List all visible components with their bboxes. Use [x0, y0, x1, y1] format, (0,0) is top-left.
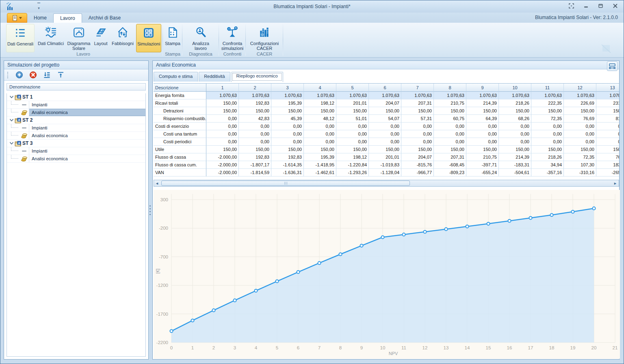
- tab-computo-e-stima[interactable]: Computo e stima: [154, 72, 198, 82]
- x-tick-label: 9: [360, 345, 363, 350]
- ribbon-button-configurazioni-cacer[interactable]: D Configurazioni CACER: [247, 24, 282, 52]
- toolbar-grip[interactable]: [7, 72, 9, 78]
- move-bottom-icon[interactable]: [43, 71, 51, 79]
- expander-icon[interactable]: [9, 119, 14, 121]
- ribbon-button-stampa[interactable]: Stampa: [164, 24, 182, 52]
- ribbon-button-label: Diagramma Solare: [65, 41, 92, 51]
- column-header-year-5[interactable]: 5: [336, 84, 369, 92]
- tab-archivi-di-base[interactable]: Archivi di Base: [82, 13, 127, 23]
- tree-item-analisi-economica[interactable]: Analisi economica: [7, 132, 145, 140]
- column-header-descrizione[interactable]: Descrizione: [154, 84, 206, 92]
- fit-width-button[interactable]: [607, 61, 618, 71]
- table-cell: 1.070,63: [401, 92, 434, 99]
- ribbon-button-confronta-simulazioni[interactable]: A B Confronta simulazioni: [219, 24, 245, 52]
- ribbon-button-analizza-lavoro[interactable]: Analizza lavoro: [186, 24, 216, 52]
- table-row-utile[interactable]: Utile150,00150,00150,00150,00150,00150,0…: [154, 146, 619, 153]
- ribbon-button-label: Confronta simulazioni: [219, 41, 245, 51]
- ribbon-button-dati-climatici[interactable]: Dati Climatici: [36, 24, 65, 52]
- table-cell: 150,00: [434, 107, 466, 115]
- table-cell: 231,29: [596, 99, 619, 107]
- scroll-left-icon[interactable]: ◄: [154, 180, 160, 186]
- tab-home[interactable]: Home: [27, 13, 53, 23]
- table-cell: -1.220,84: [336, 161, 369, 169]
- table-cell: 1.070,63: [271, 92, 304, 99]
- table-row-flusso-di-cassa[interactable]: Flusso di cassa-2.000,00192,83192,83195,…: [154, 153, 619, 161]
- table-cell: 0,00: [206, 115, 239, 123]
- table-row-van[interactable]: VAN-2.000,00-1.814,59-1.636,31-1.462,61-…: [154, 169, 619, 177]
- move-top-icon[interactable]: [56, 71, 65, 79]
- table-row-flusso-di-cassa-cum-[interactable]: Flusso di cassa cum.-2.000,00-1.807,17-1…: [154, 161, 619, 169]
- coins-icon: [21, 156, 28, 162]
- tab-riepilogo-economico[interactable]: Riepilogo economico: [231, 72, 283, 82]
- table-cell: 0,00: [499, 123, 531, 130]
- tree-item-impianti[interactable]: Impianti: [7, 124, 145, 132]
- table-cell: 1.070,63: [434, 92, 466, 99]
- x-tick-label: 7: [318, 345, 321, 350]
- tree-item-impianti[interactable]: Impianti: [7, 147, 145, 155]
- tree-item-analisi-economica[interactable]: Analisi economica: [7, 155, 145, 163]
- table-row-detrazioni[interactable]: Detrazioni150,00150,00150,00150,00150,00…: [154, 107, 619, 115]
- column-header-year-1[interactable]: 1: [206, 84, 239, 92]
- tree-group-row[interactable]: AST 3: [7, 140, 145, 147]
- ribbon-button-layout[interactable]: Layout: [91, 24, 110, 52]
- tab-redditivita[interactable]: Redditività: [199, 72, 230, 82]
- column-header-year-7[interactable]: 7: [401, 84, 434, 92]
- expander-icon[interactable]: [9, 142, 14, 144]
- column-header-year-10[interactable]: 10: [499, 84, 531, 92]
- x-tick-label: 1: [191, 345, 194, 350]
- table-cell: 0,00: [304, 138, 336, 146]
- ribbon-button-fabbisogni[interactable]: Fabbisogni: [110, 24, 135, 52]
- maximize-icon[interactable]: [596, 2, 605, 9]
- tree-group-row[interactable]: AST 2: [7, 116, 145, 124]
- ribbon-button-diagramma-solare[interactable]: Diagramma Solare: [65, 24, 92, 52]
- table-cell: -1.636,31: [271, 169, 304, 177]
- close-icon[interactable]: [611, 2, 620, 9]
- simulation-folder-icon: A: [14, 140, 22, 146]
- table-row-costi-una-tantum[interactable]: Costi una tantum0,000,000,000,000,000,00…: [154, 130, 619, 138]
- x-tick-label: 19: [570, 345, 576, 350]
- table-row-costi-di-esercizio[interactable]: Costi di esercizio0,000,000,000,000,000,…: [154, 123, 619, 130]
- ribbon-group-stampa: Stampa Stampa: [163, 23, 182, 57]
- tree-item-impianti[interactable]: Impianti: [7, 101, 145, 109]
- ribbon-button-dati-generali[interactable]: Dati Generali: [6, 24, 35, 52]
- scroll-right-icon[interactable]: ►: [612, 180, 618, 186]
- table-cell: 192,83: [271, 153, 304, 161]
- minimize-icon[interactable]: [581, 2, 590, 9]
- tree-column-header[interactable]: Denominazione: [6, 83, 146, 90]
- column-header-year-11[interactable]: 11: [531, 84, 564, 92]
- column-header-year-13[interactable]: 13: [596, 84, 619, 92]
- add-icon[interactable]: [15, 71, 23, 79]
- table-cell: 192,83: [239, 153, 271, 161]
- table-cell: 0,00: [531, 123, 564, 130]
- table-row-ricavi-totali[interactable]: Ricavi totali150,00192,83195,39198,12201…: [154, 99, 619, 107]
- delete-icon[interactable]: [29, 71, 37, 79]
- column-header-year-4[interactable]: 4: [304, 84, 336, 92]
- table-cell: -310,16: [564, 169, 596, 177]
- scrollbar-thumb[interactable]: [161, 181, 410, 186]
- column-header-year-3[interactable]: 3: [271, 84, 304, 92]
- tree-group-row[interactable]: AST 1: [7, 93, 145, 101]
- panel-splitter[interactable]: [149, 205, 151, 216]
- table-cell: 1.070,63: [336, 92, 369, 99]
- column-header-year-9[interactable]: 9: [466, 84, 499, 92]
- x-tick-label: 10: [380, 345, 386, 350]
- y-tick-label: -1200: [156, 283, 168, 288]
- data-point-marker: [297, 271, 299, 274]
- column-header-year-8[interactable]: 8: [434, 84, 466, 92]
- ribbon-button-simulazioni[interactable]: Simulazioni: [136, 24, 161, 52]
- tree-item-analisi-economica[interactable]: Analisi economica: [7, 109, 145, 116]
- column-header-year-6[interactable]: 6: [369, 84, 401, 92]
- table-row-risparmio-combustib-[interactable]: Risparmio combustib...0,0042,8345,3948,1…: [154, 115, 619, 123]
- column-header-year-12[interactable]: 12: [564, 84, 596, 92]
- app-menu-button[interactable]: [7, 13, 27, 23]
- table-row-energia-fornita[interactable]: Energia fornita1.070,631.070,631.070,631…: [154, 92, 619, 99]
- horizontal-scrollbar[interactable]: ◄ ►: [154, 180, 619, 187]
- column-header-year-2[interactable]: 2: [239, 84, 271, 92]
- table-cell: -1.462,61: [304, 169, 336, 177]
- table-cell: 45,39: [271, 115, 304, 123]
- fullscreen-icon[interactable]: [567, 2, 576, 9]
- table-row-costi-periodici[interactable]: Costi periodici0,000,000,000,000,000,000…: [154, 138, 619, 146]
- expander-icon[interactable]: [9, 96, 14, 98]
- table-cell: 150,00: [336, 146, 369, 153]
- tab-lavoro[interactable]: Lavoro: [53, 13, 82, 23]
